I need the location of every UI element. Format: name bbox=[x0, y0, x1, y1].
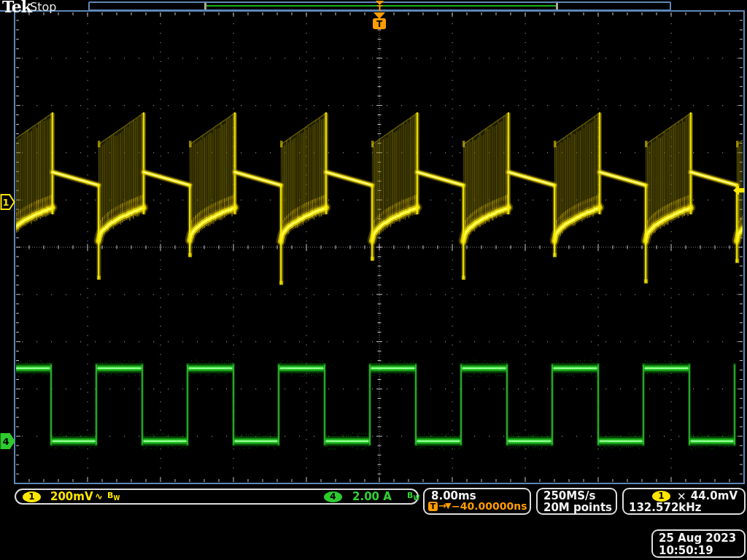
trigger-t-badge-icon: T bbox=[428, 502, 438, 511]
acquisition-readout-box[interactable]: 250MS/s 20M points bbox=[536, 488, 617, 515]
ch1-bw-w: W bbox=[113, 495, 120, 502]
ch1-scale: 200mV bbox=[50, 490, 93, 503]
delay-slope-icon: ▼ bbox=[445, 501, 451, 510]
ch4-badge[interactable]: 4 bbox=[324, 491, 342, 502]
ch4-marker-label: 4 bbox=[2, 436, 9, 447]
horizontal-readout-box[interactable]: 8.00ms T → ▼ −40.00000ns bbox=[423, 488, 531, 515]
record-trigger-position-icon[interactable]: T bbox=[374, 0, 386, 12]
trigger-frequency: 132.572kHz bbox=[629, 501, 702, 514]
record-length: 20M points bbox=[543, 501, 612, 514]
time-label: 10:50:19 bbox=[659, 544, 713, 557]
ch4-bandwidth-icon: BW bbox=[407, 491, 419, 502]
record-trigger-t-label: T bbox=[377, 4, 383, 12]
ch4-bw-w: W bbox=[413, 495, 419, 502]
oscilloscope-screen: Tek Stop T 1 4 1 200mV ∿ BW 4 2.00 A BW … bbox=[0, 0, 747, 560]
ch1-marker-label: 1 bbox=[2, 197, 9, 208]
ch1-coupling-icon: ∿ bbox=[95, 491, 103, 502]
window-bracket-right-icon bbox=[556, 3, 558, 9]
tek-logo: Tek bbox=[2, 0, 31, 16]
channel-readout-box[interactable]: 1 200mV ∿ BW 4 2.00 A BW bbox=[15, 489, 419, 505]
ch1-bandwidth-icon: BW bbox=[107, 491, 120, 502]
trigger-readout-box[interactable]: 1 ✕ 44.0mV 132.572kHz bbox=[622, 488, 746, 515]
trigger-source-badge[interactable]: 1 bbox=[652, 491, 670, 502]
datetime-box[interactable]: 25 Aug 2023 10:50:19 bbox=[651, 529, 746, 558]
ch1-position-marker[interactable]: 1 bbox=[0, 193, 15, 211]
ch4-scale: 2.00 A bbox=[352, 490, 392, 503]
window-bracket-left-icon bbox=[204, 3, 206, 9]
ch1-badge[interactable]: 1 bbox=[23, 491, 41, 502]
date-label: 25 Aug 2023 bbox=[659, 532, 736, 545]
graticule-canvas bbox=[0, 0, 747, 560]
acquisition-status: Stop bbox=[30, 0, 56, 14]
horizontal-delay: −40.00000ns bbox=[452, 500, 527, 512]
ch4-position-marker[interactable]: 4 bbox=[0, 432, 15, 450]
